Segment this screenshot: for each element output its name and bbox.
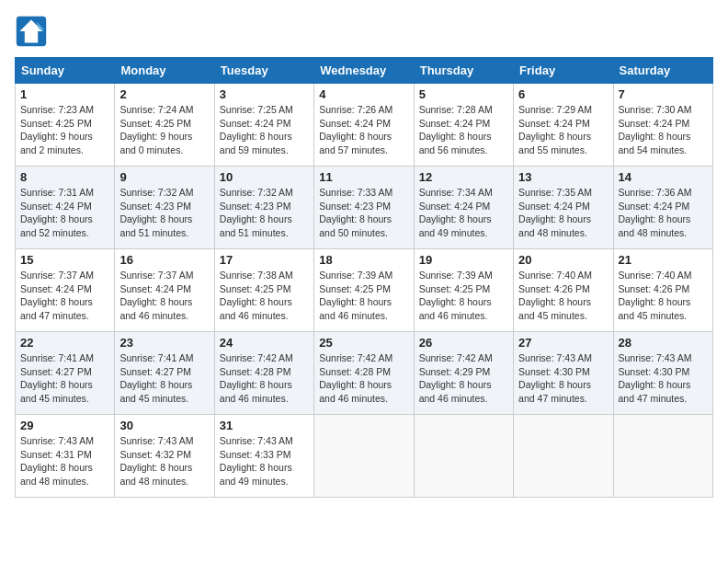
- day-info: Sunrise: 7:43 AMSunset: 4:30 PMDaylight:…: [619, 352, 692, 404]
- calendar-cell: 10 Sunrise: 7:32 AMSunset: 4:23 PMDaylig…: [214, 167, 313, 249]
- day-number: 7: [619, 87, 708, 101]
- page-header: [15, 15, 713, 48]
- day-number: 21: [619, 253, 708, 267]
- calendar-cell: 19 Sunrise: 7:39 AMSunset: 4:25 PMDaylig…: [414, 249, 513, 332]
- calendar-cell: 12 Sunrise: 7:34 AMSunset: 4:24 PMDaylig…: [414, 167, 513, 249]
- calendar-cell: 8 Sunrise: 7:31 AMSunset: 4:24 PMDayligh…: [16, 167, 115, 249]
- weekday-header-saturday: Saturday: [613, 58, 712, 84]
- day-info: Sunrise: 7:36 AMSunset: 4:24 PMDaylight:…: [619, 187, 692, 238]
- weekday-header-friday: Friday: [514, 58, 613, 84]
- day-number: 4: [319, 87, 408, 101]
- day-number: 26: [419, 336, 508, 350]
- day-info: Sunrise: 7:32 AMSunset: 4:23 PMDaylight:…: [119, 187, 193, 238]
- weekday-header-thursday: Thursday: [414, 58, 513, 84]
- day-number: 29: [20, 419, 109, 432]
- calendar-cell: 31 Sunrise: 7:43 AMSunset: 4:33 PMDaylig…: [214, 415, 313, 498]
- day-info: Sunrise: 7:30 AMSunset: 4:24 PMDaylight:…: [619, 104, 692, 155]
- day-info: Sunrise: 7:38 AMSunset: 4:25 PMDaylight:…: [220, 270, 293, 321]
- calendar-cell: [514, 415, 613, 498]
- day-info: Sunrise: 7:37 AMSunset: 4:24 PMDaylight:…: [20, 270, 94, 321]
- day-number: 2: [119, 87, 209, 101]
- day-number: 15: [20, 253, 109, 267]
- day-info: Sunrise: 7:24 AMSunset: 4:25 PMDaylight:…: [119, 104, 193, 155]
- calendar-cell: 15 Sunrise: 7:37 AMSunset: 4:24 PMDaylig…: [16, 249, 115, 332]
- calendar-cell: 29 Sunrise: 7:43 AMSunset: 4:31 PMDaylig…: [16, 415, 115, 498]
- weekday-header-wednesday: Wednesday: [314, 58, 414, 84]
- day-info: Sunrise: 7:23 AMSunset: 4:25 PMDaylight:…: [20, 104, 94, 155]
- day-info: Sunrise: 7:43 AMSunset: 4:32 PMDaylight:…: [119, 435, 193, 487]
- day-info: Sunrise: 7:26 AMSunset: 4:24 PMDaylight:…: [319, 104, 392, 155]
- day-info: Sunrise: 7:41 AMSunset: 4:27 PMDaylight:…: [20, 352, 94, 404]
- calendar-cell: 27 Sunrise: 7:43 AMSunset: 4:30 PMDaylig…: [514, 332, 613, 415]
- calendar-cell: 24 Sunrise: 7:42 AMSunset: 4:28 PMDaylig…: [214, 332, 313, 415]
- calendar-cell: 7 Sunrise: 7:30 AMSunset: 4:24 PMDayligh…: [613, 84, 712, 167]
- calendar-cell: 25 Sunrise: 7:42 AMSunset: 4:28 PMDaylig…: [314, 332, 414, 415]
- day-number: 10: [220, 170, 309, 184]
- calendar-cell: 22 Sunrise: 7:41 AMSunset: 4:27 PMDaylig…: [16, 332, 115, 415]
- calendar-cell: 11 Sunrise: 7:33 AMSunset: 4:23 PMDaylig…: [314, 167, 414, 249]
- day-number: 17: [220, 253, 309, 267]
- calendar-cell: 14 Sunrise: 7:36 AMSunset: 4:24 PMDaylig…: [613, 167, 712, 249]
- day-number: 22: [20, 336, 109, 350]
- day-info: Sunrise: 7:29 AMSunset: 4:24 PMDaylight:…: [518, 104, 592, 155]
- calendar-cell: 28 Sunrise: 7:43 AMSunset: 4:30 PMDaylig…: [613, 332, 712, 415]
- calendar-cell: 2 Sunrise: 7:24 AMSunset: 4:25 PMDayligh…: [115, 84, 214, 167]
- calendar-cell: 23 Sunrise: 7:41 AMSunset: 4:27 PMDaylig…: [115, 332, 214, 415]
- logo-icon: [15, 15, 48, 48]
- day-number: 1: [20, 87, 109, 101]
- day-number: 5: [419, 87, 508, 101]
- day-number: 13: [518, 170, 608, 184]
- calendar-cell: 20 Sunrise: 7:40 AMSunset: 4:26 PMDaylig…: [514, 249, 613, 332]
- day-info: Sunrise: 7:43 AMSunset: 4:30 PMDaylight:…: [518, 352, 592, 404]
- day-number: 6: [518, 87, 608, 101]
- calendar-cell: 4 Sunrise: 7:26 AMSunset: 4:24 PMDayligh…: [314, 84, 414, 167]
- day-number: 28: [619, 336, 708, 350]
- day-number: 11: [319, 170, 408, 184]
- calendar-cell: 18 Sunrise: 7:39 AMSunset: 4:25 PMDaylig…: [314, 249, 414, 332]
- calendar-cell: 30 Sunrise: 7:43 AMSunset: 4:32 PMDaylig…: [115, 415, 214, 498]
- calendar-cell: [414, 415, 513, 498]
- day-info: Sunrise: 7:42 AMSunset: 4:28 PMDaylight:…: [220, 352, 293, 404]
- calendar-cell: [613, 415, 712, 498]
- day-info: Sunrise: 7:37 AMSunset: 4:24 PMDaylight:…: [119, 270, 193, 321]
- calendar-cell: 13 Sunrise: 7:35 AMSunset: 4:24 PMDaylig…: [514, 167, 613, 249]
- day-number: 31: [220, 419, 309, 432]
- logo: [15, 15, 51, 48]
- day-number: 23: [119, 336, 209, 350]
- calendar-cell: 1 Sunrise: 7:23 AMSunset: 4:25 PMDayligh…: [16, 84, 115, 167]
- calendar-cell: 3 Sunrise: 7:25 AMSunset: 4:24 PMDayligh…: [214, 84, 313, 167]
- calendar-cell: 17 Sunrise: 7:38 AMSunset: 4:25 PMDaylig…: [214, 249, 313, 332]
- day-info: Sunrise: 7:43 AMSunset: 4:33 PMDaylight:…: [220, 435, 293, 487]
- day-number: 12: [419, 170, 508, 184]
- day-number: 18: [319, 253, 408, 267]
- calendar-cell: 21 Sunrise: 7:40 AMSunset: 4:26 PMDaylig…: [613, 249, 712, 332]
- day-info: Sunrise: 7:31 AMSunset: 4:24 PMDaylight:…: [20, 187, 94, 238]
- day-info: Sunrise: 7:40 AMSunset: 4:26 PMDaylight:…: [619, 270, 692, 321]
- day-number: 9: [119, 170, 209, 184]
- day-number: 25: [319, 336, 408, 350]
- day-info: Sunrise: 7:39 AMSunset: 4:25 PMDaylight:…: [319, 270, 392, 321]
- day-info: Sunrise: 7:41 AMSunset: 4:27 PMDaylight:…: [119, 352, 193, 404]
- weekday-header-monday: Monday: [115, 58, 214, 84]
- day-number: 19: [419, 253, 508, 267]
- day-info: Sunrise: 7:40 AMSunset: 4:26 PMDaylight:…: [518, 270, 592, 321]
- day-info: Sunrise: 7:42 AMSunset: 4:28 PMDaylight:…: [319, 352, 392, 404]
- day-info: Sunrise: 7:39 AMSunset: 4:25 PMDaylight:…: [419, 270, 493, 321]
- calendar-table: SundayMondayTuesdayWednesdayThursdayFrid…: [15, 57, 713, 498]
- day-number: 16: [119, 253, 209, 267]
- calendar-cell: [314, 415, 414, 498]
- day-number: 3: [220, 87, 309, 101]
- day-info: Sunrise: 7:33 AMSunset: 4:23 PMDaylight:…: [319, 187, 392, 238]
- day-info: Sunrise: 7:42 AMSunset: 4:29 PMDaylight:…: [419, 352, 493, 404]
- calendar-cell: 16 Sunrise: 7:37 AMSunset: 4:24 PMDaylig…: [115, 249, 214, 332]
- day-info: Sunrise: 7:32 AMSunset: 4:23 PMDaylight:…: [220, 187, 293, 238]
- day-number: 20: [518, 253, 608, 267]
- weekday-header-tuesday: Tuesday: [214, 58, 313, 84]
- day-info: Sunrise: 7:34 AMSunset: 4:24 PMDaylight:…: [419, 187, 493, 238]
- calendar-cell: 9 Sunrise: 7:32 AMSunset: 4:23 PMDayligh…: [115, 167, 214, 249]
- day-number: 24: [220, 336, 309, 350]
- day-info: Sunrise: 7:35 AMSunset: 4:24 PMDaylight:…: [518, 187, 592, 238]
- day-info: Sunrise: 7:43 AMSunset: 4:31 PMDaylight:…: [20, 435, 94, 487]
- day-number: 8: [20, 170, 109, 184]
- day-number: 30: [119, 419, 209, 432]
